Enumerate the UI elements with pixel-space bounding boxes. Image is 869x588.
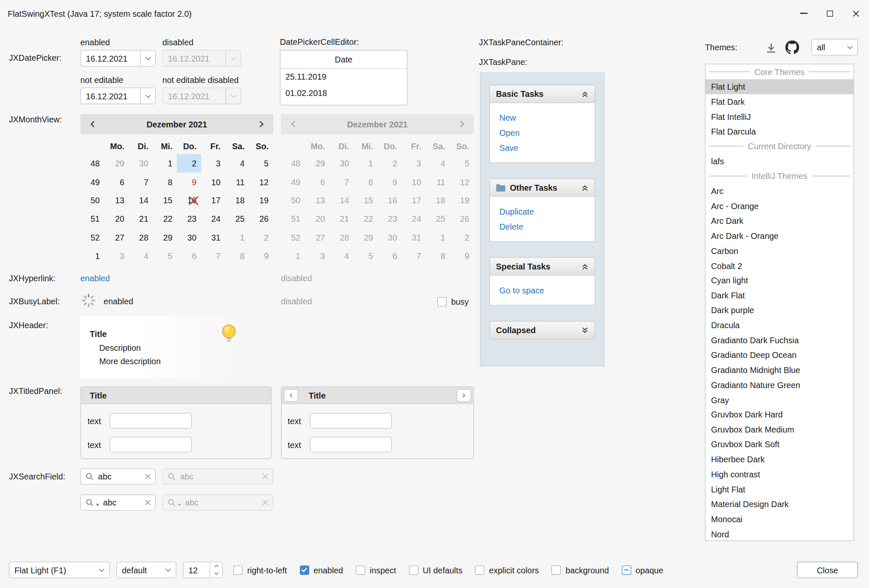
theme-item[interactable]: lafs xyxy=(706,154,853,169)
taskpane-header[interactable]: Collapsed xyxy=(489,321,595,339)
spinner-up-button[interactable] xyxy=(210,562,222,570)
calendar-day[interactable]: 20 xyxy=(105,210,129,228)
calendar-day[interactable]: 1 xyxy=(225,228,249,246)
search-input-value[interactable]: abc xyxy=(98,472,141,481)
combo-dropdown-button[interactable] xyxy=(843,39,858,55)
text-field[interactable] xyxy=(310,413,392,428)
search-field-with-menu[interactable]: abc xyxy=(80,495,156,510)
task-link[interactable]: Duplicate xyxy=(499,204,595,219)
calendar-day[interactable]: 4 xyxy=(225,154,249,173)
checkbox-box[interactable] xyxy=(300,565,309,574)
calendar-day[interactable]: 9 xyxy=(177,173,201,191)
taskpane-header[interactable]: Basic Tasks xyxy=(489,85,595,103)
calendar-day[interactable]: 9 xyxy=(249,247,273,265)
calendar-day[interactable]: 24 xyxy=(201,210,225,228)
datepicker-enabled[interactable]: 16.12.2021 xyxy=(80,50,156,67)
checkbox-opaque[interactable]: opaque xyxy=(622,565,663,574)
calendar-day[interactable]: 4 xyxy=(129,247,153,265)
theme-item[interactable]: Light Flat xyxy=(706,482,853,497)
theme-item[interactable]: Flat Light xyxy=(706,79,853,94)
calendar-day[interactable]: 12 xyxy=(249,173,273,191)
task-link[interactable]: Open xyxy=(499,125,595,140)
download-themes-button[interactable] xyxy=(763,39,779,56)
calendar-day[interactable]: 19 xyxy=(249,191,273,210)
calendar-day[interactable]: 13 xyxy=(105,191,129,210)
calendar-day[interactable]: 30 xyxy=(129,154,153,173)
clear-icon[interactable] xyxy=(145,500,151,506)
checkbox-inspect[interactable]: inspect xyxy=(356,565,396,574)
theme-item[interactable]: Carbon xyxy=(706,243,853,258)
theme-item[interactable]: Flat Darcula xyxy=(706,124,853,139)
taskpane-header[interactable]: Other Tasks xyxy=(489,179,595,197)
checkbox-background[interactable]: background xyxy=(552,565,609,574)
calendar-day[interactable]: 23 xyxy=(177,210,201,228)
table-row[interactable]: 25.11.2019 xyxy=(280,69,407,85)
theme-item[interactable]: High contrast xyxy=(706,467,853,482)
calendar-day[interactable]: 7 xyxy=(201,247,225,265)
task-link[interactable]: Delete xyxy=(499,219,595,234)
calendar-day[interactable]: 26 xyxy=(249,210,273,228)
theme-item[interactable]: Monocai xyxy=(706,511,853,526)
theme-item[interactable]: Gradianto Deep Ocean xyxy=(706,347,853,363)
theme-item[interactable]: Cobalt 2 xyxy=(706,258,853,273)
collapse-icon[interactable] xyxy=(582,184,589,191)
theme-item[interactable]: Material Design Dark xyxy=(706,497,853,512)
search-input-value[interactable]: abc xyxy=(103,498,141,507)
theme-item[interactable]: Arc xyxy=(706,184,853,199)
calendar-day[interactable]: 11 xyxy=(225,173,249,191)
checkbox-right-to-left[interactable]: right-to-left xyxy=(233,565,287,574)
theme-item[interactable]: Hiberbee Dark xyxy=(706,452,853,467)
search-field[interactable]: abc xyxy=(80,469,156,484)
checkbox-box[interactable] xyxy=(409,565,418,574)
theme-item[interactable]: Gradianto Midnight Blue xyxy=(706,363,853,378)
calendar-day[interactable]: 3 xyxy=(201,154,225,173)
calendar-day[interactable]: 15 xyxy=(153,191,177,210)
theme-item[interactable]: Gradianto Nature Green xyxy=(706,377,853,392)
theme-item[interactable]: Gradianto Dark Fuchsia xyxy=(706,333,853,348)
themes-filter-combo[interactable]: all xyxy=(811,39,858,56)
checkbox-box[interactable] xyxy=(622,565,631,574)
combo-dropdown-button[interactable] xyxy=(161,562,176,578)
hyperlink-enabled[interactable]: enabled xyxy=(80,273,110,282)
close-window-button[interactable] xyxy=(843,0,869,26)
collapse-icon[interactable] xyxy=(582,91,589,97)
checkbox-box[interactable] xyxy=(356,565,365,574)
titled-panel-right-button[interactable] xyxy=(457,389,471,401)
titled-panel-left-button[interactable] xyxy=(284,389,298,401)
calendar-day[interactable]: 29 xyxy=(153,228,177,246)
checkbox-enabled[interactable]: enabled xyxy=(300,565,343,574)
theme-item[interactable]: Flat Dark xyxy=(706,94,853,109)
calendar-day[interactable]: 6 xyxy=(105,173,129,191)
theme-item[interactable]: Gruvbox Dark Medium xyxy=(706,422,853,437)
calendar-day[interactable]: 28 xyxy=(129,228,153,246)
calendar-day[interactable]: 5 xyxy=(153,247,177,265)
calendar-day[interactable]: 27 xyxy=(105,228,129,246)
calendar-day[interactable]: 1 xyxy=(153,154,177,173)
checkbox-busy[interactable]: busy xyxy=(437,297,469,306)
calendar-day[interactable]: 17 xyxy=(201,191,225,210)
calendar-day[interactable]: 16 xyxy=(177,191,201,210)
maximize-button[interactable] xyxy=(817,0,843,26)
close-dialog-button[interactable]: Close xyxy=(797,562,858,578)
theme-item[interactable]: Flat IntelliJ xyxy=(706,109,853,124)
theme-item[interactable]: Gruvbox Dark Soft xyxy=(706,437,853,452)
expand-icon[interactable] xyxy=(582,327,589,334)
collapse-icon[interactable] xyxy=(582,263,589,270)
text-field[interactable] xyxy=(110,413,192,428)
theme-item[interactable]: Dark Flat xyxy=(706,288,853,303)
theme-item[interactable]: Dark purple xyxy=(706,303,853,318)
search-menu-caret-icon[interactable] xyxy=(96,504,99,506)
theme-item[interactable]: Gray xyxy=(706,392,853,407)
theme-item[interactable]: Nord xyxy=(706,526,853,541)
laf-combo[interactable]: Flat Light (F1) xyxy=(9,562,110,578)
task-link[interactable]: New xyxy=(499,110,595,125)
calendar-day[interactable]: 2 xyxy=(249,228,273,246)
calendar-day[interactable]: 8 xyxy=(225,247,249,265)
calendar-day[interactable]: 30 xyxy=(177,228,201,246)
prev-month-button[interactable] xyxy=(85,114,100,134)
theme-item[interactable]: Arc Dark xyxy=(706,213,853,228)
calendar-day[interactable]: 18 xyxy=(225,191,249,210)
calendar-day[interactable]: 7 xyxy=(129,173,153,191)
theme-item[interactable]: Cyan light xyxy=(706,273,853,288)
checkbox-explicit-colors[interactable]: explicit colors xyxy=(475,565,539,574)
